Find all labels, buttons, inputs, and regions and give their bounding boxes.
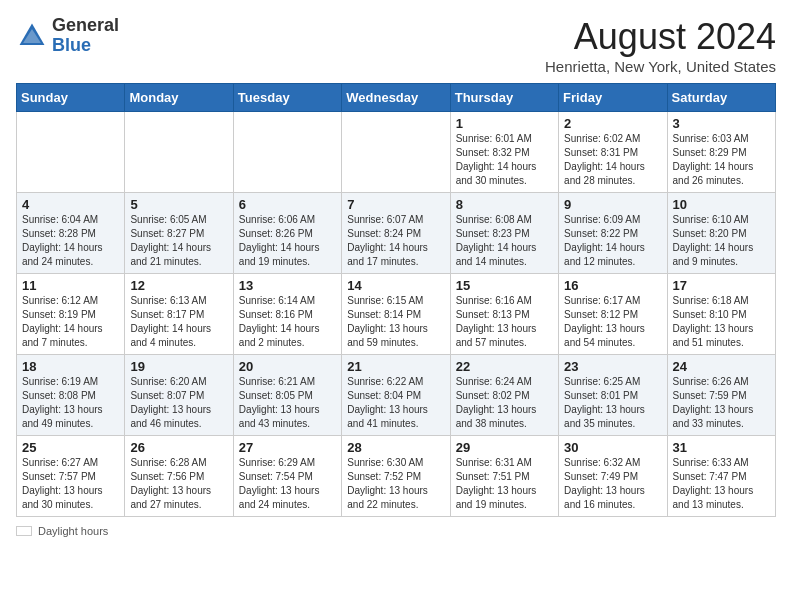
day-number: 8 (456, 197, 553, 212)
col-header-monday: Monday (125, 84, 233, 112)
day-number: 17 (673, 278, 770, 293)
day-number: 18 (22, 359, 119, 374)
calendar-cell-3-3: 13Sunrise: 6:14 AM Sunset: 8:16 PM Dayli… (233, 274, 341, 355)
day-info: Sunrise: 6:16 AM Sunset: 8:13 PM Dayligh… (456, 294, 553, 350)
title-area: August 2024 Henrietta, New York, United … (545, 16, 776, 75)
day-number: 3 (673, 116, 770, 131)
logo-icon (16, 20, 48, 52)
calendar-cell-1-3 (233, 112, 341, 193)
calendar-cell-3-5: 15Sunrise: 6:16 AM Sunset: 8:13 PM Dayli… (450, 274, 558, 355)
day-number: 5 (130, 197, 227, 212)
day-number: 22 (456, 359, 553, 374)
day-number: 21 (347, 359, 444, 374)
calendar-cell-4-5: 22Sunrise: 6:24 AM Sunset: 8:02 PM Dayli… (450, 355, 558, 436)
day-info: Sunrise: 6:17 AM Sunset: 8:12 PM Dayligh… (564, 294, 661, 350)
calendar-week-3: 11Sunrise: 6:12 AM Sunset: 8:19 PM Dayli… (17, 274, 776, 355)
calendar-cell-3-6: 16Sunrise: 6:17 AM Sunset: 8:12 PM Dayli… (559, 274, 667, 355)
day-info: Sunrise: 6:27 AM Sunset: 7:57 PM Dayligh… (22, 456, 119, 512)
col-header-saturday: Saturday (667, 84, 775, 112)
col-header-wednesday: Wednesday (342, 84, 450, 112)
legend: Daylight hours (16, 525, 776, 537)
main-title: August 2024 (545, 16, 776, 58)
calendar-cell-5-2: 26Sunrise: 6:28 AM Sunset: 7:56 PM Dayli… (125, 436, 233, 517)
day-info: Sunrise: 6:08 AM Sunset: 8:23 PM Dayligh… (456, 213, 553, 269)
day-number: 13 (239, 278, 336, 293)
day-info: Sunrise: 6:24 AM Sunset: 8:02 PM Dayligh… (456, 375, 553, 431)
day-number: 19 (130, 359, 227, 374)
day-info: Sunrise: 6:07 AM Sunset: 8:24 PM Dayligh… (347, 213, 444, 269)
day-number: 2 (564, 116, 661, 131)
day-number: 16 (564, 278, 661, 293)
calendar-cell-5-6: 30Sunrise: 6:32 AM Sunset: 7:49 PM Dayli… (559, 436, 667, 517)
day-info: Sunrise: 6:25 AM Sunset: 8:01 PM Dayligh… (564, 375, 661, 431)
col-header-sunday: Sunday (17, 84, 125, 112)
header: General Blue August 2024 Henrietta, New … (16, 16, 776, 75)
calendar-cell-2-5: 8Sunrise: 6:08 AM Sunset: 8:23 PM Daylig… (450, 193, 558, 274)
day-info: Sunrise: 6:03 AM Sunset: 8:29 PM Dayligh… (673, 132, 770, 188)
day-number: 20 (239, 359, 336, 374)
calendar-cell-5-7: 31Sunrise: 6:33 AM Sunset: 7:47 PM Dayli… (667, 436, 775, 517)
calendar-cell-4-6: 23Sunrise: 6:25 AM Sunset: 8:01 PM Dayli… (559, 355, 667, 436)
calendar-cell-4-1: 18Sunrise: 6:19 AM Sunset: 8:08 PM Dayli… (17, 355, 125, 436)
day-number: 12 (130, 278, 227, 293)
day-number: 4 (22, 197, 119, 212)
logo-text: General Blue (52, 16, 119, 56)
day-info: Sunrise: 6:12 AM Sunset: 8:19 PM Dayligh… (22, 294, 119, 350)
day-number: 7 (347, 197, 444, 212)
day-number: 26 (130, 440, 227, 455)
day-info: Sunrise: 6:22 AM Sunset: 8:04 PM Dayligh… (347, 375, 444, 431)
day-number: 11 (22, 278, 119, 293)
calendar: SundayMondayTuesdayWednesdayThursdayFrid… (16, 83, 776, 517)
day-info: Sunrise: 6:14 AM Sunset: 8:16 PM Dayligh… (239, 294, 336, 350)
calendar-cell-5-4: 28Sunrise: 6:30 AM Sunset: 7:52 PM Dayli… (342, 436, 450, 517)
calendar-header-row: SundayMondayTuesdayWednesdayThursdayFrid… (17, 84, 776, 112)
day-info: Sunrise: 6:10 AM Sunset: 8:20 PM Dayligh… (673, 213, 770, 269)
day-number: 6 (239, 197, 336, 212)
calendar-cell-2-2: 5Sunrise: 6:05 AM Sunset: 8:27 PM Daylig… (125, 193, 233, 274)
calendar-week-2: 4Sunrise: 6:04 AM Sunset: 8:28 PM Daylig… (17, 193, 776, 274)
calendar-cell-2-7: 10Sunrise: 6:10 AM Sunset: 8:20 PM Dayli… (667, 193, 775, 274)
calendar-cell-4-3: 20Sunrise: 6:21 AM Sunset: 8:05 PM Dayli… (233, 355, 341, 436)
calendar-cell-2-1: 4Sunrise: 6:04 AM Sunset: 8:28 PM Daylig… (17, 193, 125, 274)
day-info: Sunrise: 6:20 AM Sunset: 8:07 PM Dayligh… (130, 375, 227, 431)
day-info: Sunrise: 6:32 AM Sunset: 7:49 PM Dayligh… (564, 456, 661, 512)
calendar-cell-1-7: 3Sunrise: 6:03 AM Sunset: 8:29 PM Daylig… (667, 112, 775, 193)
day-info: Sunrise: 6:05 AM Sunset: 8:27 PM Dayligh… (130, 213, 227, 269)
legend-label: Daylight hours (38, 525, 108, 537)
legend-color-swatch (16, 526, 32, 536)
day-number: 31 (673, 440, 770, 455)
calendar-cell-2-3: 6Sunrise: 6:06 AM Sunset: 8:26 PM Daylig… (233, 193, 341, 274)
day-info: Sunrise: 6:26 AM Sunset: 7:59 PM Dayligh… (673, 375, 770, 431)
day-number: 24 (673, 359, 770, 374)
col-header-tuesday: Tuesday (233, 84, 341, 112)
day-info: Sunrise: 6:21 AM Sunset: 8:05 PM Dayligh… (239, 375, 336, 431)
col-header-thursday: Thursday (450, 84, 558, 112)
calendar-cell-1-1 (17, 112, 125, 193)
day-info: Sunrise: 6:29 AM Sunset: 7:54 PM Dayligh… (239, 456, 336, 512)
logo-blue-text: Blue (52, 36, 119, 56)
day-info: Sunrise: 6:31 AM Sunset: 7:51 PM Dayligh… (456, 456, 553, 512)
calendar-cell-3-2: 12Sunrise: 6:13 AM Sunset: 8:17 PM Dayli… (125, 274, 233, 355)
day-number: 15 (456, 278, 553, 293)
day-number: 25 (22, 440, 119, 455)
day-number: 1 (456, 116, 553, 131)
day-info: Sunrise: 6:30 AM Sunset: 7:52 PM Dayligh… (347, 456, 444, 512)
day-info: Sunrise: 6:13 AM Sunset: 8:17 PM Dayligh… (130, 294, 227, 350)
day-info: Sunrise: 6:01 AM Sunset: 8:32 PM Dayligh… (456, 132, 553, 188)
day-number: 23 (564, 359, 661, 374)
logo-general: General (52, 16, 119, 36)
day-number: 29 (456, 440, 553, 455)
day-number: 14 (347, 278, 444, 293)
calendar-week-1: 1Sunrise: 6:01 AM Sunset: 8:32 PM Daylig… (17, 112, 776, 193)
day-info: Sunrise: 6:02 AM Sunset: 8:31 PM Dayligh… (564, 132, 661, 188)
day-number: 10 (673, 197, 770, 212)
day-info: Sunrise: 6:04 AM Sunset: 8:28 PM Dayligh… (22, 213, 119, 269)
subtitle: Henrietta, New York, United States (545, 58, 776, 75)
day-info: Sunrise: 6:15 AM Sunset: 8:14 PM Dayligh… (347, 294, 444, 350)
calendar-cell-5-1: 25Sunrise: 6:27 AM Sunset: 7:57 PM Dayli… (17, 436, 125, 517)
day-info: Sunrise: 6:09 AM Sunset: 8:22 PM Dayligh… (564, 213, 661, 269)
day-number: 9 (564, 197, 661, 212)
calendar-cell-1-4 (342, 112, 450, 193)
calendar-cell-4-4: 21Sunrise: 6:22 AM Sunset: 8:04 PM Dayli… (342, 355, 450, 436)
calendar-cell-3-4: 14Sunrise: 6:15 AM Sunset: 8:14 PM Dayli… (342, 274, 450, 355)
